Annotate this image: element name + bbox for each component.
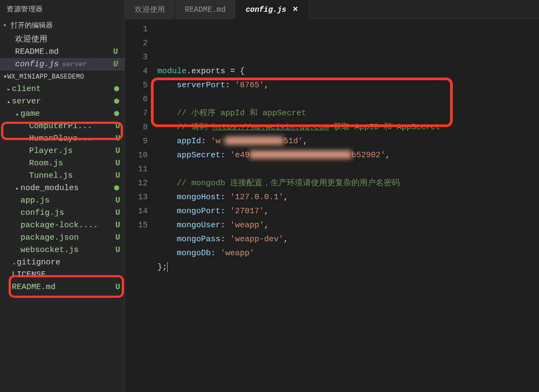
folder-item[interactable]: ▸node_modules● — [0, 182, 125, 194]
code-line: appSecret: 'e49█████████████████████b529… — [157, 149, 539, 163]
line-number: 7 — [125, 107, 148, 121]
file-item[interactable]: package.jsonU — [0, 232, 125, 244]
line-number: 10 — [125, 149, 148, 163]
open-editor-item[interactable]: README.mdU — [0, 46, 125, 58]
line-number: 14 — [125, 205, 148, 219]
line-number: 4 — [125, 65, 148, 79]
git-status-badge: U — [115, 171, 120, 180]
editor-tab[interactable]: config.js× — [236, 0, 308, 19]
line-number: 13 — [125, 191, 148, 205]
file-item[interactable]: HumanPlaye...U — [0, 132, 125, 145]
open-editor-item[interactable]: config.jsserverU — [0, 58, 125, 71]
code-content[interactable]: module.exports = { serverPort: '8765', /… — [157, 23, 539, 392]
git-status-badge: U — [113, 47, 118, 57]
tree-item-label: README.md — [12, 283, 113, 292]
tree-item-label: game — [20, 109, 111, 118]
code-line: // mongodb 连接配置，生产环境请使用更复杂的用户名密码 — [157, 177, 539, 191]
close-icon[interactable]: × — [293, 5, 298, 15]
tab-label: config.js — [246, 5, 287, 14]
folder-item[interactable]: ▴server● — [0, 95, 125, 108]
code-line: mongoPort: '27017', — [157, 205, 539, 219]
tree-item-label: ComputerPl... — [29, 122, 113, 131]
folder-item[interactable]: ▸client● — [0, 83, 125, 95]
chevron-right-icon: ▸ — [5, 86, 12, 93]
file-item[interactable]: config.jsU — [0, 207, 125, 219]
file-item[interactable]: websocket.jsU — [0, 244, 125, 256]
file-item[interactable]: package-lock....U — [0, 219, 125, 232]
tree-item-label: node_modules — [20, 184, 111, 193]
editor-tab[interactable]: 欢迎使用 — [125, 0, 175, 19]
open-editors-header[interactable]: ▾ 打开的编辑器 — [0, 18, 125, 32]
code-line: // 请到 https://mp.weixin.qq.com 获取 AppID … — [157, 121, 539, 135]
tree-item-label: websocket.js — [20, 246, 113, 255]
line-number: 12 — [125, 177, 148, 191]
line-number: 2 — [125, 37, 148, 51]
code-line: mongoPass: 'weapp-dev', — [157, 233, 539, 247]
chevron-right-icon: ▸ — [14, 185, 20, 192]
project-header[interactable]: ▾ WX_MINIAPP_BASEDEMO — [0, 71, 125, 83]
explorer-sidebar: 资源管理器 ▾ 打开的编辑器 欢迎使用README.mdUconfig.jsse… — [0, 0, 125, 392]
git-status-badge: U — [115, 221, 120, 230]
file-item[interactable]: ComputerPl...U — [0, 120, 125, 132]
git-dirty-dot-icon: ● — [113, 99, 120, 104]
file-item[interactable]: LICENSE — [0, 269, 125, 281]
open-editor-label: config.js — [15, 60, 59, 69]
line-number: 8 — [125, 121, 148, 135]
file-item[interactable]: Room.jsU — [0, 157, 125, 170]
line-number: 6 — [125, 93, 148, 107]
git-dirty-dot-icon: ● — [113, 87, 120, 92]
git-status-badge: U — [115, 134, 120, 143]
git-status-badge: U — [115, 233, 120, 242]
tree-item-label: client — [12, 85, 111, 94]
file-item[interactable]: Player.jsU — [0, 145, 125, 157]
line-gutter: 123456789101112131415 — [125, 23, 157, 392]
git-status-badge: U — [115, 159, 120, 168]
tree-item-label: Tunnel.js — [29, 171, 113, 180]
chevron-down-icon: ▾ — [3, 22, 9, 29]
file-item[interactable]: README.mdU — [0, 281, 125, 293]
git-dirty-dot-icon: ● — [113, 111, 120, 117]
tree-item-label: app.js — [20, 196, 113, 205]
git-status-badge: U — [113, 60, 118, 69]
line-number: 9 — [125, 135, 148, 149]
line-number: 5 — [125, 79, 148, 93]
tree-item-label: Room.js — [29, 159, 113, 168]
open-editor-label: 欢迎使用 — [15, 34, 47, 44]
code-line: module.exports = { — [157, 65, 539, 79]
folder-item[interactable]: ▴game● — [0, 108, 125, 120]
open-editors-list: 欢迎使用README.mdUconfig.jsserverU — [0, 32, 125, 71]
line-number: 11 — [125, 163, 148, 177]
code-editor[interactable]: 123456789101112131415 module.exports = {… — [125, 19, 539, 392]
tab-bar: 欢迎使用README.mdconfig.js× — [125, 0, 539, 19]
code-line — [157, 163, 539, 177]
code-line: // 小程序 appId 和 appSecret — [157, 107, 539, 121]
tree-item-label: package-lock.... — [20, 221, 113, 230]
tree-item-label: server — [12, 97, 111, 106]
open-editor-item[interactable]: 欢迎使用 — [0, 32, 125, 46]
code-line: mongoUser: 'weapp', — [157, 219, 539, 233]
git-status-badge: U — [115, 208, 120, 218]
code-line: mongoDb: 'weapp' — [157, 247, 539, 261]
git-status-badge: U — [115, 246, 120, 255]
editor-tab[interactable]: README.md — [175, 0, 236, 19]
tree-item-label: HumanPlaye... — [29, 134, 113, 143]
tree-item-label: LICENSE — [12, 270, 120, 279]
tree-item-label: Player.js — [29, 146, 113, 156]
chevron-down-icon: ▴ — [5, 99, 12, 105]
file-tree: ▸client●▴server●▴game●ComputerPl...UHuma… — [0, 83, 125, 392]
editor-area: 欢迎使用README.mdconfig.js× 1234567891011121… — [125, 0, 539, 392]
chevron-down-icon: ▾ — [3, 73, 8, 81]
file-item[interactable]: app.jsU — [0, 194, 125, 207]
code-line: serverPort: '8765', — [157, 79, 539, 93]
file-item[interactable]: .gitignore — [0, 256, 125, 269]
line-number: 1 — [125, 23, 148, 37]
tree-item-label: config.js — [20, 208, 113, 218]
file-item[interactable]: Tunnel.jsU — [0, 170, 125, 182]
line-number: 3 — [125, 51, 148, 65]
git-dirty-dot-icon: ● — [113, 186, 120, 191]
tab-label: README.md — [185, 5, 226, 14]
git-status-badge: U — [115, 283, 120, 292]
code-line: }; — [157, 261, 539, 275]
explorer-title: 资源管理器 — [0, 0, 125, 18]
code-line: appId: 'wx████████████51d', — [157, 135, 539, 149]
